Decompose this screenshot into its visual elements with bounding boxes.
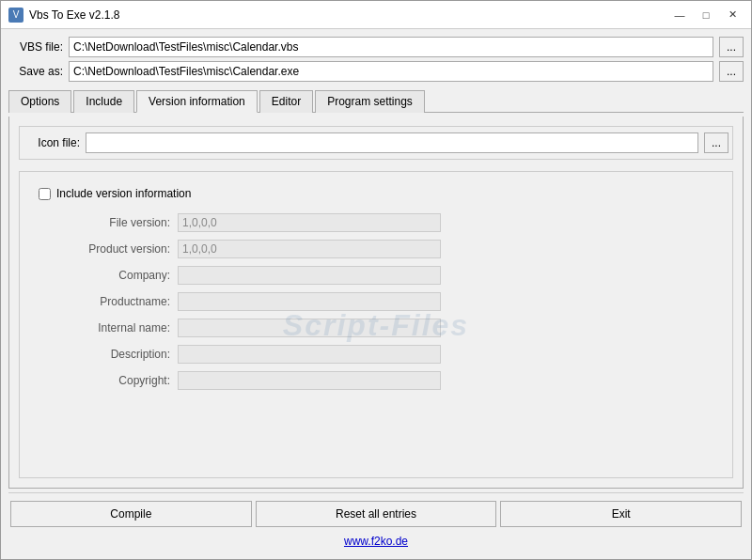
tab-include[interactable]: Include — [73, 90, 134, 113]
internal-name-input[interactable] — [178, 319, 441, 337]
productname-label: Productname: — [39, 295, 170, 308]
form-row-copyright: Copyright: — [39, 371, 713, 390]
exit-button[interactable]: Exit — [500, 501, 742, 527]
productname-input[interactable] — [178, 292, 441, 311]
main-window: V Vbs To Exe v2.1.8 — □ ✕ VBS file: ... … — [0, 0, 752, 560]
vbs-file-row: VBS file: ... — [8, 37, 744, 57]
file-version-input[interactable] — [178, 213, 441, 232]
maximize-button[interactable]: □ — [695, 6, 717, 24]
form-row-company: Company: — [39, 266, 713, 285]
form-row-product-version: Product version: — [39, 240, 713, 258]
include-version-checkbox-row: Include version information — [39, 187, 713, 200]
compile-button[interactable]: Compile — [10, 501, 252, 527]
tab-editor[interactable]: Editor — [259, 90, 313, 113]
vbs-label: VBS file: — [8, 40, 63, 54]
titlebar-controls: — □ ✕ — [668, 6, 744, 24]
titlebar: V Vbs To Exe v2.1.8 — □ ✕ — [1, 1, 751, 29]
titlebar-left: V Vbs To Exe v2.1.8 — [8, 8, 120, 23]
icon-label: Icon file: — [24, 136, 80, 149]
copyright-input[interactable] — [178, 371, 441, 390]
copyright-label: Copyright: — [39, 374, 170, 387]
tab-version-information[interactable]: Version information — [136, 90, 258, 113]
form-row-file-version: File version: — [39, 213, 713, 232]
description-input[interactable] — [178, 345, 441, 364]
footer-link[interactable]: www.f2ko.de — [344, 535, 408, 548]
app-icon: V — [8, 8, 24, 23]
footer: www.f2ko.de — [8, 531, 744, 552]
include-version-checkbox[interactable] — [39, 188, 51, 200]
company-input[interactable] — [178, 266, 441, 285]
minimize-button[interactable]: — — [668, 6, 691, 24]
include-version-label[interactable]: Include version information — [56, 187, 191, 200]
form-row-description: Description: — [39, 345, 713, 364]
save-browse-button[interactable]: ... — [719, 61, 744, 82]
reset-button[interactable]: Reset all entries — [256, 501, 497, 527]
description-label: Description: — [39, 348, 170, 361]
save-label: Save as: — [8, 65, 63, 78]
window-title: Vbs To Exe v2.1.8 — [29, 8, 120, 22]
bottom-buttons: Compile Reset all entries Exit — [8, 492, 744, 527]
version-info-area: Script-Files Include version information… — [19, 171, 733, 478]
tab-program-settings[interactable]: Program settings — [315, 90, 425, 113]
product-version-label: Product version: — [39, 242, 170, 256]
version-form: File version: Product version: Company: … — [39, 213, 713, 390]
main-content: VBS file: ... Save as: ... Options Inclu… — [1, 29, 751, 559]
tab-bar: Options Include Version information Edit… — [8, 89, 744, 113]
form-row-internal-name: Internal name: — [39, 319, 713, 337]
product-version-input[interactable] — [178, 240, 441, 258]
tab-options[interactable]: Options — [8, 90, 71, 113]
file-version-label: File version: — [39, 216, 170, 229]
close-button[interactable]: ✕ — [721, 6, 744, 24]
tab-panel-version-information: Icon file: ... Script-Files Include vers… — [8, 117, 744, 489]
vbs-file-input[interactable] — [69, 37, 713, 57]
internal-name-label: Internal name: — [39, 321, 170, 334]
form-row-productname: Productname: — [39, 292, 713, 311]
save-as-row: Save as: ... — [8, 61, 744, 82]
icon-file-row: Icon file: ... — [19, 126, 733, 160]
save-as-input[interactable] — [69, 61, 713, 82]
vbs-browse-button[interactable]: ... — [719, 37, 744, 57]
company-label: Company: — [39, 269, 170, 282]
icon-browse-button[interactable]: ... — [704, 132, 728, 153]
icon-file-input[interactable] — [86, 132, 698, 153]
